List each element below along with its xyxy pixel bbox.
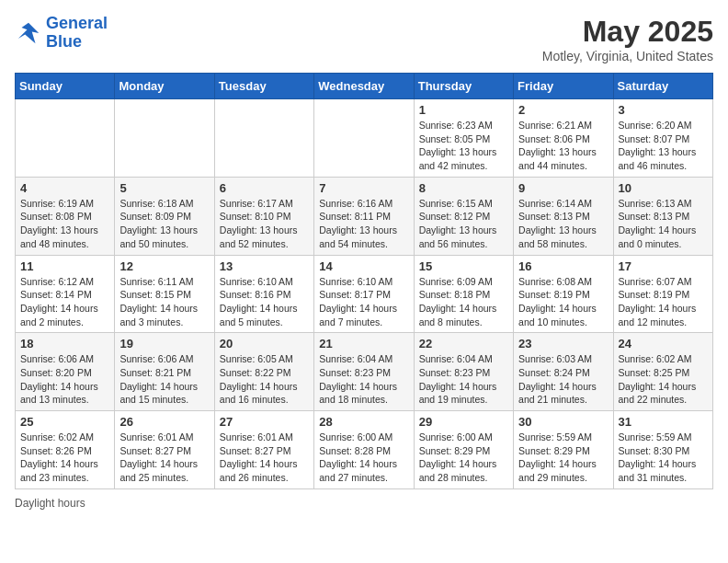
day-info: Sunrise: 6:20 AM Sunset: 8:07 PM Dayligh… <box>619 119 708 173</box>
day-number: 15 <box>419 259 508 273</box>
day-info: Sunrise: 6:10 AM Sunset: 8:17 PM Dayligh… <box>319 275 408 329</box>
day-info: Sunrise: 5:59 AM Sunset: 8:30 PM Dayligh… <box>619 431 708 485</box>
calendar-day-cell <box>16 99 115 178</box>
day-number: 6 <box>220 181 309 195</box>
calendar-header-cell: Thursday <box>414 74 513 99</box>
day-number: 27 <box>220 415 309 429</box>
calendar-header-cell: Monday <box>115 74 214 99</box>
calendar-day-cell <box>314 99 414 178</box>
calendar-day-cell: 22Sunrise: 6:04 AM Sunset: 8:23 PM Dayli… <box>414 333 513 411</box>
calendar-header-cell: Wednesday <box>314 74 414 99</box>
calendar-day-cell: 19Sunrise: 6:06 AM Sunset: 8:21 PM Dayli… <box>115 333 214 411</box>
calendar-day-cell: 6Sunrise: 6:17 AM Sunset: 8:10 PM Daylig… <box>214 177 313 255</box>
calendar-day-cell: 17Sunrise: 6:07 AM Sunset: 8:19 PM Dayli… <box>613 255 712 333</box>
day-number: 28 <box>319 415 408 429</box>
day-info: Sunrise: 6:11 AM Sunset: 8:15 PM Dayligh… <box>119 275 209 329</box>
day-info: Sunrise: 5:59 AM Sunset: 8:29 PM Dayligh… <box>518 431 608 485</box>
day-info: Sunrise: 6:01 AM Sunset: 8:27 PM Dayligh… <box>220 431 309 485</box>
day-info: Sunrise: 6:02 AM Sunset: 8:26 PM Dayligh… <box>20 431 109 485</box>
calendar-day-cell: 13Sunrise: 6:10 AM Sunset: 8:16 PM Dayli… <box>214 255 313 333</box>
day-info: Sunrise: 6:03 AM Sunset: 8:24 PM Dayligh… <box>518 352 608 407</box>
day-number: 8 <box>419 181 508 195</box>
day-number: 9 <box>518 181 608 195</box>
day-number: 24 <box>619 337 708 350</box>
calendar-day-cell <box>214 99 313 178</box>
logo: General Blue <box>15 15 108 52</box>
day-info: Sunrise: 6:12 AM Sunset: 8:14 PM Dayligh… <box>20 275 109 329</box>
day-info: Sunrise: 6:08 AM Sunset: 8:19 PM Dayligh… <box>518 275 608 329</box>
calendar-header-cell: Sunday <box>16 74 115 99</box>
calendar-day-cell: 27Sunrise: 6:01 AM Sunset: 8:27 PM Dayli… <box>214 411 313 489</box>
day-info: Sunrise: 6:18 AM Sunset: 8:09 PM Dayligh… <box>119 197 209 251</box>
calendar-table: SundayMondayTuesdayWednesdayThursdayFrid… <box>15 73 713 489</box>
day-info: Sunrise: 6:23 AM Sunset: 8:05 PM Dayligh… <box>419 119 508 173</box>
calendar-day-cell: 15Sunrise: 6:09 AM Sunset: 8:18 PM Dayli… <box>414 255 513 333</box>
day-number: 11 <box>20 259 109 273</box>
day-info: Sunrise: 6:15 AM Sunset: 8:12 PM Dayligh… <box>419 197 508 251</box>
day-number: 16 <box>518 259 608 273</box>
day-number: 23 <box>518 337 608 350</box>
logo-line2: Blue <box>46 32 82 51</box>
day-number: 10 <box>619 181 708 195</box>
calendar-day-cell: 18Sunrise: 6:06 AM Sunset: 8:20 PM Dayli… <box>16 333 115 411</box>
page-subtitle: Motley, Virginia, United States <box>542 49 713 63</box>
calendar-week-row: 11Sunrise: 6:12 AM Sunset: 8:14 PM Dayli… <box>16 255 713 333</box>
calendar-day-cell: 4Sunrise: 6:19 AM Sunset: 8:08 PM Daylig… <box>16 177 115 255</box>
calendar-week-row: 1Sunrise: 6:23 AM Sunset: 8:05 PM Daylig… <box>16 99 713 178</box>
calendar-day-cell: 20Sunrise: 6:05 AM Sunset: 8:22 PM Dayli… <box>214 333 313 411</box>
footer-note: Daylight hours <box>15 497 713 510</box>
logo-icon <box>15 19 42 47</box>
calendar-day-cell: 11Sunrise: 6:12 AM Sunset: 8:14 PM Dayli… <box>16 255 115 333</box>
day-number: 13 <box>220 259 309 273</box>
calendar-day-cell: 28Sunrise: 6:00 AM Sunset: 8:28 PM Dayli… <box>314 411 414 489</box>
day-number: 4 <box>20 181 109 195</box>
calendar-day-cell: 24Sunrise: 6:02 AM Sunset: 8:25 PM Dayli… <box>613 333 712 411</box>
day-info: Sunrise: 6:04 AM Sunset: 8:23 PM Dayligh… <box>419 352 508 407</box>
calendar-day-cell: 26Sunrise: 6:01 AM Sunset: 8:27 PM Dayli… <box>115 411 214 489</box>
day-info: Sunrise: 6:04 AM Sunset: 8:23 PM Dayligh… <box>319 352 408 407</box>
day-info: Sunrise: 6:06 AM Sunset: 8:20 PM Dayligh… <box>20 352 109 407</box>
day-info: Sunrise: 6:01 AM Sunset: 8:27 PM Dayligh… <box>119 431 209 485</box>
calendar-day-cell: 9Sunrise: 6:14 AM Sunset: 8:13 PM Daylig… <box>514 177 613 255</box>
day-info: Sunrise: 6:10 AM Sunset: 8:16 PM Dayligh… <box>220 275 309 329</box>
day-number: 12 <box>119 259 209 273</box>
day-info: Sunrise: 6:14 AM Sunset: 8:13 PM Dayligh… <box>518 197 608 251</box>
calendar-day-cell: 5Sunrise: 6:18 AM Sunset: 8:09 PM Daylig… <box>115 177 214 255</box>
day-number: 7 <box>319 181 408 195</box>
day-info: Sunrise: 6:13 AM Sunset: 8:13 PM Dayligh… <box>619 197 708 251</box>
day-info: Sunrise: 6:00 AM Sunset: 8:28 PM Dayligh… <box>319 431 408 485</box>
calendar-day-cell: 30Sunrise: 5:59 AM Sunset: 8:29 PM Dayli… <box>514 411 613 489</box>
calendar-day-cell: 8Sunrise: 6:15 AM Sunset: 8:12 PM Daylig… <box>414 177 513 255</box>
calendar-header-cell: Tuesday <box>214 74 313 99</box>
day-info: Sunrise: 6:17 AM Sunset: 8:10 PM Dayligh… <box>220 197 309 251</box>
calendar-body: 1Sunrise: 6:23 AM Sunset: 8:05 PM Daylig… <box>16 99 713 489</box>
calendar-day-cell: 16Sunrise: 6:08 AM Sunset: 8:19 PM Dayli… <box>514 255 613 333</box>
calendar-day-cell: 10Sunrise: 6:13 AM Sunset: 8:13 PM Dayli… <box>613 177 712 255</box>
calendar-day-cell: 12Sunrise: 6:11 AM Sunset: 8:15 PM Dayli… <box>115 255 214 333</box>
day-info: Sunrise: 6:09 AM Sunset: 8:18 PM Dayligh… <box>419 275 508 329</box>
calendar-day-cell: 3Sunrise: 6:20 AM Sunset: 8:07 PM Daylig… <box>613 99 712 178</box>
calendar-day-cell: 21Sunrise: 6:04 AM Sunset: 8:23 PM Dayli… <box>314 333 414 411</box>
day-number: 31 <box>619 415 708 429</box>
calendar-day-cell: 29Sunrise: 6:00 AM Sunset: 8:29 PM Dayli… <box>414 411 513 489</box>
day-info: Sunrise: 6:21 AM Sunset: 8:06 PM Dayligh… <box>518 119 608 173</box>
calendar-week-row: 18Sunrise: 6:06 AM Sunset: 8:20 PM Dayli… <box>16 333 713 411</box>
header: General Blue May 2025 Motley, Virginia, … <box>15 15 713 63</box>
calendar-header-cell: Saturday <box>613 74 712 99</box>
day-number: 20 <box>220 337 309 350</box>
day-info: Sunrise: 6:05 AM Sunset: 8:22 PM Dayligh… <box>220 352 309 407</box>
calendar-week-row: 4Sunrise: 6:19 AM Sunset: 8:08 PM Daylig… <box>16 177 713 255</box>
day-number: 17 <box>619 259 708 273</box>
footer-note-text: Daylight hours <box>15 497 85 510</box>
title-area: May 2025 Motley, Virginia, United States <box>542 15 713 63</box>
calendar-day-cell: 1Sunrise: 6:23 AM Sunset: 8:05 PM Daylig… <box>414 99 513 178</box>
page-title: May 2025 <box>542 15 713 49</box>
calendar-day-cell: 2Sunrise: 6:21 AM Sunset: 8:06 PM Daylig… <box>514 99 613 178</box>
day-number: 25 <box>20 415 109 429</box>
day-number: 19 <box>119 337 209 350</box>
logo-line1: General <box>46 14 108 32</box>
day-number: 3 <box>619 103 708 117</box>
day-number: 18 <box>20 337 109 350</box>
day-number: 2 <box>518 103 608 117</box>
day-number: 21 <box>319 337 408 350</box>
